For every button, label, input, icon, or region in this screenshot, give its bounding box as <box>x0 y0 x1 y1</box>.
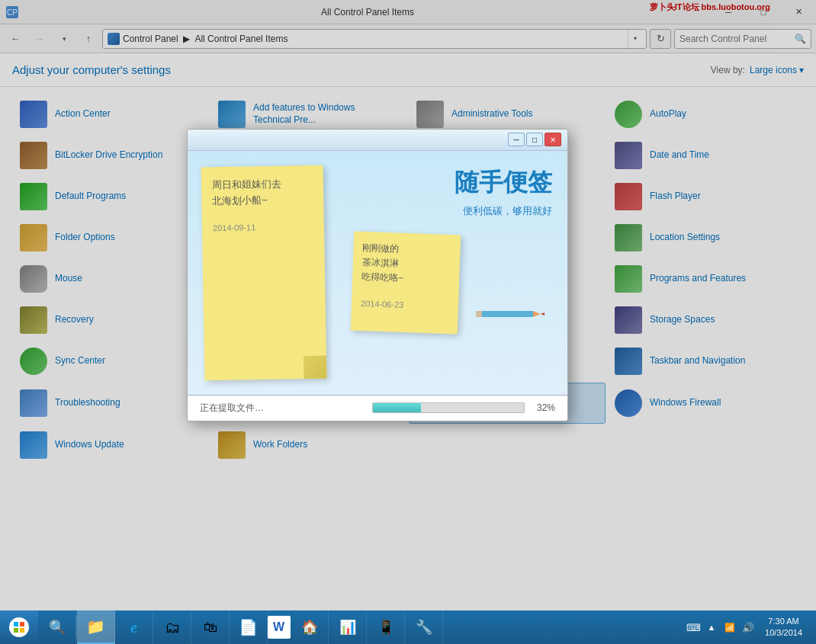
note1-date: 2014-09-11 <box>213 219 313 235</box>
progress-text: 正在提取文件… <box>200 402 360 415</box>
taskbar-ie[interactable]: e <box>115 610 153 644</box>
popup-progress-area: 正在提取文件… 32% <box>188 395 567 421</box>
taskbar-arrow-up-icon[interactable]: ▲ <box>704 620 719 635</box>
popup-right: 随手便签 便利低碳，够用就好 刚刚做的 茶冰淇淋 吃得吃咯~ 2014-06-2… <box>337 166 552 380</box>
pencil-container <box>476 306 545 325</box>
progress-bar-fill <box>373 403 421 412</box>
taskbar-word[interactable]: W <box>268 616 291 639</box>
svg-rect-2 <box>14 622 18 626</box>
popup-controls: ─ □ ✕ <box>508 133 561 146</box>
taskbar: 🔍 📁 e 🗂 🛍 📄 W 🏠 📊 📱 🔧 ⌨ ▲ 📶 🔊 7:30 AM 10… <box>0 610 816 644</box>
progress-bar <box>372 402 525 413</box>
note2-date: 2014-06-23 <box>361 296 450 313</box>
popup-close-button[interactable]: ✕ <box>545 133 561 146</box>
taskbar-docs[interactable]: 📄 <box>230 610 268 644</box>
svg-rect-9 <box>476 311 482 317</box>
taskbar-keyboard-icon[interactable]: ⌨ <box>686 620 701 635</box>
taskbar-network-icon[interactable]: 📶 <box>722 620 737 635</box>
taskbar-app3[interactable]: 📱 <box>367 610 405 644</box>
taskbar-clock[interactable]: 7:30 AM 10/3/2014 <box>759 616 808 639</box>
clock-time: 7:30 AM <box>765 616 802 627</box>
progress-pct: 32% <box>537 402 555 413</box>
svg-marker-8 <box>541 312 545 316</box>
taskbar-app2[interactable]: 📊 <box>329 610 367 644</box>
taskbar-search[interactable]: 🔍 <box>38 610 76 644</box>
svg-rect-4 <box>14 628 18 633</box>
taskbar-store[interactable]: 🛍 <box>191 610 230 644</box>
popup-brand: 随手便签 <box>337 166 552 200</box>
taskbar-right: ⌨ ▲ 📶 🔊 7:30 AM 10/3/2014 <box>678 610 816 644</box>
popup-title-bar: ─ □ ✕ <box>188 130 567 151</box>
start-icon <box>9 617 29 637</box>
taskbar-explorer[interactable]: 📁 <box>77 610 115 644</box>
clock-date: 10/3/2014 <box>765 627 802 639</box>
svg-rect-3 <box>20 622 24 626</box>
popup-tagline: 便利低碳，够用就好 <box>337 204 552 218</box>
note1-text: 周日和姐妹们去 北海划小船~ <box>212 175 313 209</box>
sticky-curl <box>304 355 327 379</box>
start-button[interactable] <box>0 610 38 644</box>
note2-text: 刚刚做的 茶冰淇淋 吃得吃咯~ <box>361 241 451 288</box>
svg-marker-6 <box>476 311 537 317</box>
taskbar-app1[interactable]: 🏠 <box>291 610 329 644</box>
taskbar-volume-icon[interactable]: 🔊 <box>741 620 756 635</box>
popup-window: ─ □ ✕ 周日和姐妹们去 北海划小船~ 2014-09-11 随手便签 便利低… <box>187 129 568 421</box>
popup-minimize-button[interactable]: ─ <box>508 133 525 146</box>
popup-body: 周日和姐妹们去 北海划小船~ 2014-09-11 随手便签 便利低碳，够用就好… <box>188 151 567 395</box>
popup-maximize-button[interactable]: □ <box>526 133 543 146</box>
pencil-icon <box>476 306 545 322</box>
popup-overlay: ─ □ ✕ 周日和姐妹们去 北海划小船~ 2014-09-11 随手便签 便利低… <box>0 0 816 610</box>
taskbar-app4[interactable]: 🔧 <box>405 610 443 644</box>
taskbar-apps: 🔍 📁 e 🗂 🛍 📄 W 🏠 📊 📱 🔧 <box>38 610 678 644</box>
taskbar-files[interactable]: 🗂 <box>153 610 191 644</box>
sticky-note-1: 周日和姐妹们去 北海划小船~ 2014-09-11 <box>201 165 327 380</box>
svg-marker-7 <box>533 311 541 317</box>
svg-rect-5 <box>20 628 24 633</box>
sticky-note-2: 刚刚做的 茶冰淇淋 吃得吃咯~ 2014-06-23 <box>351 231 461 334</box>
